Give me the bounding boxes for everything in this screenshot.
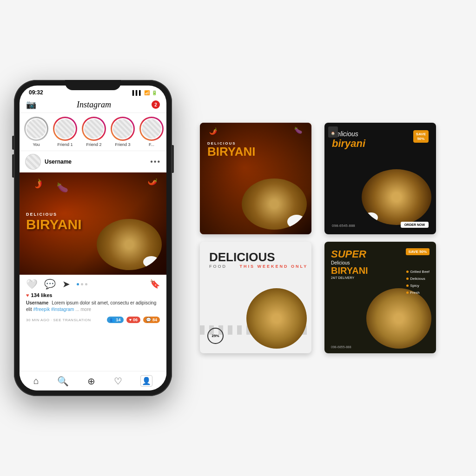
story-friend1[interactable]: Friend 1 [53, 117, 77, 147]
story-friend3[interactable]: Friend 3 [111, 117, 135, 147]
banner2-store-icon: 🏠 [331, 132, 335, 135]
banner1-food [242, 178, 307, 230]
comments-icon: 💬 [146, 317, 151, 322]
comment-button[interactable]: 💬 [44, 278, 56, 290]
banner2-order-button[interactable]: ORDER NOW [401, 222, 429, 228]
caption-username: Username [26, 300, 48, 305]
notification-badge[interactable]: 2 [152, 100, 160, 109]
tag-grilled: Grilled Beef [410, 270, 430, 274]
banner-chalkboard[interactable]: SUPER Delicious BIRYANI 24/7 DELIVERY Gr… [324, 242, 436, 353]
banner3-subtitle2: THIS WEEKEND ONLY [240, 264, 308, 269]
story-more[interactable]: F... [139, 117, 164, 147]
hearts-count: 06 [133, 317, 138, 322]
tag-delicious: Delicious [410, 277, 425, 281]
banner3-food [246, 288, 307, 349]
banners-grid: 🌶️ 🍆 DELICIOUS BIRYANI 🏠 SAVE50% Delicio… [200, 123, 442, 353]
biryani-delicious-label: DELICIOUS [26, 212, 81, 217]
nav-home-icon[interactable]: ⌂ [33, 376, 39, 386]
signal-icon: ▌▌▌ [132, 90, 142, 95]
followers-icon: 👥 [110, 317, 115, 322]
banner3-main-text: DELICIOUS [209, 250, 275, 264]
post-header: Username ••• [20, 151, 166, 172]
likes-heart-icon: ♥ [26, 292, 29, 298]
camera-icon[interactable]: 📷 [26, 99, 36, 110]
banner4-text: SUPER Delicious BIRYANI 24/7 DELIVERY [331, 248, 368, 279]
banner2-title2: biryani [332, 138, 365, 150]
followers-count: 14 [116, 317, 121, 322]
post-image[interactable]: 🌶️ 🌶️ 🍆 DELICIOUS BIRYANI [20, 172, 166, 275]
post-actions: 🤍 💬 ➤ 🔖 [20, 275, 166, 291]
post-user[interactable]: Username [25, 154, 72, 170]
tag-spicy: Spicy [410, 284, 419, 288]
post-time: 30 MIN AGO · SEE TRANSLATION [26, 318, 91, 322]
banner-black[interactable]: 🏠 SAVE50% Delicious biryani 098-6545-888… [324, 123, 436, 234]
status-icons: ▌▌▌ 📶 🔋 [132, 90, 157, 95]
wifi-icon: 📶 [144, 90, 150, 95]
story-friend2[interactable]: Friend 2 [82, 117, 106, 147]
status-time: 09:32 [29, 89, 43, 96]
bottom-nav: ⌂ 🔍 ⊕ ♡ 👤 [20, 371, 166, 390]
banner4-title1: SUPER [331, 248, 368, 260]
banner4-phone: 098-6855-888 [331, 345, 351, 349]
story-friend3-label: Friend 3 [115, 142, 130, 147]
biryani-main-label: BIRYANI [26, 218, 81, 231]
story-more-label: F... [149, 142, 154, 147]
instagram-logo: Instagram [77, 100, 111, 110]
likes-count: 134 likes [31, 292, 53, 298]
comments-badge: 💬 84 [143, 317, 160, 323]
banner2-save-badge: SAVE50% [413, 130, 429, 143]
banner-light[interactable]: DELICIOUS FOOD THIS WEEKEND ONLY 25% [200, 242, 311, 353]
story-you[interactable]: You [24, 117, 48, 147]
banner3-subtitle1: FOOD THIS WEEKEND ONLY [209, 264, 308, 269]
followers-badge: 👥 14 [107, 317, 124, 323]
story-you-label: You [33, 142, 40, 147]
banner2-food [362, 169, 431, 225]
banner4-save-badge: SAVE 50% [406, 248, 430, 255]
banner4-title2: Delicious [331, 260, 368, 265]
banner3-text: DELICIOUS FOOD THIS WEEKEND ONLY [209, 251, 308, 269]
banner2-phone: 098-6545-888 [332, 224, 355, 228]
story-friend2-label: Friend 2 [86, 142, 101, 147]
banner4-tags: Grilled Beef Delicious Spicy Fresh [406, 270, 430, 295]
banner1-main-text: BIRYANI [207, 145, 256, 158]
banner4-title3: BIRYANI [331, 265, 368, 276]
banner4-food [366, 288, 431, 349]
post-caption: Username Lorem ipsum dolor sit amet, con… [20, 299, 166, 315]
nav-add-icon[interactable]: ⊕ [87, 376, 95, 387]
nav-heart-icon[interactable]: ♡ [114, 376, 122, 387]
post-username: Username [45, 159, 72, 165]
instagram-header: 📷 Instagram 2 [20, 98, 166, 113]
story-friend1-label: Friend 1 [57, 142, 73, 147]
share-button[interactable]: ➤ [62, 278, 70, 290]
caption-more[interactable]: ... more [75, 307, 91, 312]
post-likes: ♥ 134 likes [20, 291, 166, 299]
banner-dark-brown[interactable]: 🌶️ 🍆 DELICIOUS BIRYANI [200, 123, 311, 234]
engagement-badges: 👥 14 ♥ 06 💬 84 [107, 317, 160, 323]
comments-count: 84 [152, 317, 157, 322]
post-options-button[interactable]: ••• [150, 158, 161, 166]
bookmark-button[interactable]: 🔖 [150, 279, 160, 289]
banner1-text: DELICIOUS BIRYANI [207, 141, 256, 158]
banner4-title4: 24/7 DELIVERY [331, 276, 368, 279]
post-meta: 30 MIN AGO · SEE TRANSLATION 👥 14 ♥ 06 💬… [20, 315, 166, 326]
hearts-icon: ♥ [129, 317, 132, 322]
nav-profile-icon[interactable]: 👤 [140, 375, 152, 387]
stories-row: You Friend 1 Friend 2 [20, 113, 166, 151]
phone-notch [65, 80, 121, 90]
food-plate-image [97, 219, 162, 270]
carousel-indicator [77, 283, 87, 285]
tag-fresh: Fresh [410, 291, 419, 295]
like-button[interactable]: 🤍 [26, 278, 38, 290]
battery-icon: 🔋 [152, 90, 157, 95]
phone-mockup: 09:32 ▌▌▌ 📶 🔋 📷 Instagram 2 [14, 80, 172, 396]
hearts-badge: ♥ 06 [126, 317, 140, 323]
banner3-badge: 25% [207, 328, 224, 344]
caption-hashtags[interactable]: #freepik #instagram [33, 307, 74, 312]
biryani-text: DELICIOUS BIRYANI [26, 212, 81, 231]
nav-search-icon[interactable]: 🔍 [57, 376, 69, 387]
